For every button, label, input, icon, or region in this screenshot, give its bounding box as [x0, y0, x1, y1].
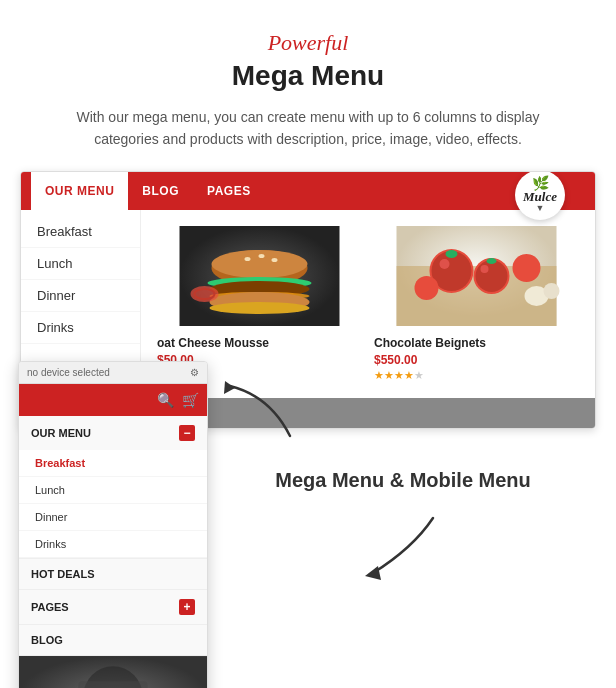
header-subtitle: Powerful — [20, 30, 596, 56]
svg-point-23 — [440, 259, 450, 269]
svg-point-20 — [487, 258, 497, 264]
mobile-section-ourmenu: OUR MENU − Breakfast Lunch Dinner Drinks — [19, 416, 207, 559]
mobile-menu-body: OUR MENU − Breakfast Lunch Dinner Drinks… — [19, 416, 207, 656]
food-card-1-title: oat Cheese Mousse — [157, 336, 362, 350]
food-image-2 — [374, 226, 579, 326]
header-section: Powerful Mega Menu With our mega menu, y… — [0, 0, 616, 171]
svg-point-22 — [415, 276, 439, 300]
food-card-2-price: $550.00 — [374, 353, 579, 367]
svg-point-19 — [476, 260, 508, 292]
bottom-label: Mega Menu & Mobile Menu — [275, 469, 531, 492]
mobile-section-pages-header[interactable]: PAGES + — [19, 590, 207, 624]
nav-bar: OUR MENU BLOG PAGES 🌿 Mulce ▼ — [21, 172, 595, 210]
arrow-down-left — [343, 508, 463, 588]
menu-item-breakfast[interactable]: Breakfast — [21, 216, 140, 248]
mobile-pages-label: PAGES — [31, 601, 69, 613]
svg-point-3 — [245, 257, 251, 261]
mobile-ourmenu-toggle[interactable]: − — [179, 425, 195, 441]
mobile-section-pages: PAGES + — [19, 590, 207, 625]
mobile-nav-header: 🔍 🛒 — [19, 384, 207, 416]
mobile-settings-icon: ⚙ — [190, 367, 199, 378]
mobile-submenu-drinks[interactable]: Drinks — [19, 531, 207, 558]
mobile-hotdeals-label: HOT DEALS — [31, 568, 95, 580]
food-card-2: Chocolate Beignets $550.00 ★★★★★ — [368, 220, 585, 388]
nav-item-ourmenu[interactable]: OUR MENU — [31, 172, 128, 210]
menu-item-lunch[interactable]: Lunch — [21, 248, 140, 280]
header-title: Mega Menu — [20, 60, 596, 92]
svg-point-24 — [481, 265, 489, 273]
mobile-cart-icon[interactable]: 🛒 — [182, 392, 199, 408]
bottom-right-content: Mega Menu & Mobile Menu — [210, 439, 596, 588]
svg-point-10 — [210, 302, 310, 314]
svg-point-2 — [212, 250, 308, 278]
dropdown-right: oat Cheese Mousse $50.00 ★★★★★ — [141, 210, 595, 398]
nav-item-pages[interactable]: PAGES — [193, 172, 265, 210]
mobile-ourmenu-label: OUR MENU — [31, 427, 91, 439]
mobile-blog-label: BLOG — [31, 634, 63, 646]
menu-item-drinks[interactable]: Drinks — [21, 312, 140, 344]
logo-leaf-icon: 🌿 — [532, 176, 549, 190]
svg-marker-30 — [224, 381, 235, 394]
logo-box: 🌿 Mulce ▼ — [515, 171, 565, 220]
mobile-section-hotdeals-header[interactable]: HOT DEALS — [19, 559, 207, 589]
mobile-section-hotdeals: HOT DEALS — [19, 559, 207, 590]
mobile-section-blog-header[interactable]: BLOG — [19, 625, 207, 655]
logo-subtitle: ▼ — [536, 203, 545, 213]
mobile-section-ourmenu-header[interactable]: OUR MENU − — [19, 416, 207, 450]
svg-rect-29 — [78, 681, 147, 688]
mobile-submenu-breakfast[interactable]: Breakfast — [19, 450, 207, 477]
mobile-submenu-dinner[interactable]: Dinner — [19, 504, 207, 531]
arrow-up-right — [210, 376, 300, 450]
svg-point-17 — [446, 250, 458, 258]
logo-text: Mulce — [523, 190, 557, 203]
food-card-2-stars: ★★★★★ — [374, 369, 579, 382]
demo-wrapper: OUR MENU BLOG PAGES 🌿 Mulce ▼ Breakfast … — [0, 171, 616, 429]
svg-point-21 — [513, 254, 541, 282]
mobile-submenu-lunch[interactable]: Lunch — [19, 477, 207, 504]
svg-point-4 — [259, 254, 265, 258]
food-image-1 — [157, 226, 362, 326]
mobile-pages-toggle[interactable]: + — [179, 599, 195, 615]
mobile-top-bar: no device selected ⚙ — [19, 362, 207, 384]
mobile-section-blog: BLOG — [19, 625, 207, 656]
svg-point-5 — [272, 258, 278, 262]
menu-item-dinner[interactable]: Dinner — [21, 280, 140, 312]
svg-point-26 — [544, 283, 560, 299]
nav-item-blog[interactable]: BLOG — [128, 172, 193, 210]
logo-area: 🌿 Mulce ▼ — [515, 171, 565, 216]
mobile-frame: no device selected ⚙ 🔍 🛒 OUR MENU − Brea… — [18, 361, 208, 688]
mobile-search-icon[interactable]: 🔍 — [157, 392, 174, 408]
food-card-2-title: Chocolate Beignets — [374, 336, 579, 350]
header-description: With our mega menu, you can create menu … — [48, 106, 568, 151]
mobile-bg-image — [19, 656, 207, 688]
svg-point-12 — [195, 289, 215, 299]
mobile-device-label: no device selected — [27, 367, 110, 378]
